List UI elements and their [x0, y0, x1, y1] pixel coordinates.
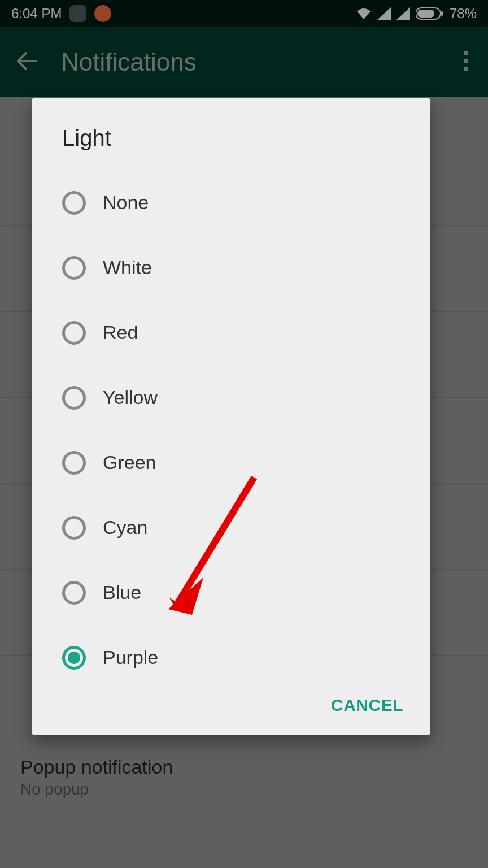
radio-option-red[interactable]: Red — [62, 300, 421, 365]
radio-option-cyan[interactable]: Cyan — [62, 495, 421, 560]
radio-label: None — [103, 192, 149, 214]
radio-option-yellow[interactable]: Yellow — [62, 365, 421, 430]
radio-label: Blue — [103, 581, 141, 604]
radio-icon — [62, 321, 86, 345]
light-color-dialog: Light NoneWhiteRedYellowGreenCyanBluePur… — [32, 98, 430, 735]
radio-option-purple[interactable]: Purple — [62, 625, 421, 690]
radio-icon — [62, 516, 86, 540]
radio-icon — [62, 256, 86, 280]
radio-option-none[interactable]: None — [62, 170, 421, 235]
radio-option-green[interactable]: Green — [62, 430, 421, 495]
radio-label: Red — [103, 322, 138, 344]
radio-icon — [62, 646, 86, 670]
radio-icon — [62, 581, 86, 605]
radio-option-white[interactable]: White — [62, 235, 421, 300]
radio-label: Green — [103, 452, 156, 474]
radio-icon — [62, 386, 86, 410]
dialog-title: Light — [32, 98, 430, 170]
cancel-button[interactable]: CANCEL — [331, 696, 403, 715]
radio-group: NoneWhiteRedYellowGreenCyanBluePurple — [32, 170, 430, 690]
radio-label: Purple — [103, 646, 158, 669]
radio-label: White — [103, 257, 152, 279]
radio-icon — [62, 451, 86, 475]
radio-icon — [62, 191, 86, 215]
radio-label: Cyan — [103, 517, 147, 539]
radio-option-blue[interactable]: Blue — [62, 560, 421, 625]
radio-label: Yellow — [103, 387, 158, 409]
